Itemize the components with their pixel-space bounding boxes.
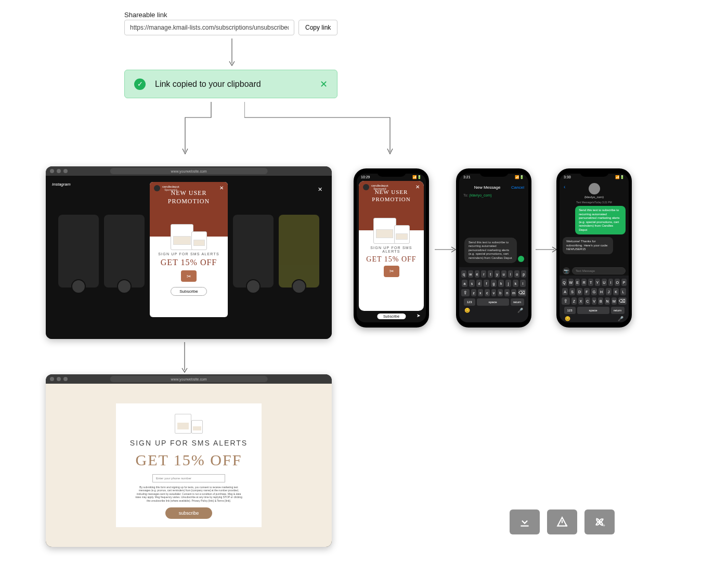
brand-logo-icon [154,185,160,191]
close-icon[interactable]: ✕ [320,79,328,90]
landing-card: SIGN UP FOR SMS ALERTS GET 15% OFF Enter… [116,403,262,528]
download-button[interactable] [510,509,540,534]
url-bar: www.yourwebsite.com [110,168,268,174]
svg-text:+: + [565,522,568,528]
landing-sms-label: SIGN UP FOR SMS ALERTS [126,439,251,447]
share-link-input[interactable] [124,20,294,35]
outgoing-message: Send this text to subscribe to recurring… [575,206,626,234]
promo-discount: GET 15% OFF [154,258,224,267]
back-icon[interactable]: ‹ [564,184,565,190]
keyboard[interactable]: QWERTYUIOPASDFGHJKL⇧ZXCVBNM⌫123spaceretu… [560,276,629,322]
send-button[interactable] [518,256,524,262]
svg-text:+: + [602,522,605,528]
story-tile[interactable] [233,215,274,288]
phone-compose: 3:21📶🔋 New Message Cancel To: (klaviyo_c… [456,168,531,328]
close-icon[interactable]: ✕ [318,186,322,193]
send-icon[interactable]: ➤ [417,313,421,318]
compose-text[interactable]: Send this text to subscribe to recurring… [464,238,517,264]
promo-card: candledepotSponsored ✕ NEW USERPROMOTION… [150,182,228,317]
brand-row: candledepotSponsored [154,185,179,191]
subscribe-button[interactable]: subscribe [165,507,213,519]
story-tile[interactable] [58,215,99,288]
copy-link-button[interactable]: Copy link [298,20,337,35]
browser-instagram: www.yourwebsite.com Instagram ✕ candlede… [46,166,332,339]
to-line: To: (klaviyo_com) [463,193,491,197]
cancel-button[interactable]: Cancel [511,185,524,190]
add-triangle-button[interactable]: + [547,509,577,534]
subscribe-button[interactable]: Subscribe [171,287,207,296]
instagram-label: Instagram [52,182,71,187]
add-pinwheel-button[interactable]: + [584,509,615,534]
arrow-link-to-toast [229,38,235,68]
thread-timestamp: Text Message\nToday 3:21 PM [563,201,626,204]
status-icons: 📶🔋 [412,175,422,179]
promo-card: candledepotSponsored ✕ NEW USERPROMOTION… [359,181,424,311]
avatar [589,183,600,194]
phone-input[interactable]: Enter your phone number [152,474,225,482]
thread-header: ‹ (klaviyo_com) [560,183,629,199]
url-bar: www.yourwebsite.com [110,376,268,382]
incoming-message: Welcome! Thanks for subscribing. Here's … [563,237,613,254]
arrow-toast-to-browser1 [149,102,253,157]
promo-sms-label: SIGN UP FOR SMS ALERTS [154,252,224,256]
compose-header: New Message Cancel [459,183,528,192]
message-input[interactable]: Text Message [572,267,626,275]
close-icon[interactable]: ✕ [415,184,420,190]
header-title: New Message [474,185,501,190]
toast-message: Link copied to your clipboard [155,80,310,89]
keyboard[interactable]: qwertyuiopasdfghjkl⇧zxcvbnm⌫123spaceretu… [459,267,528,322]
clipboard-toast: ✓ Link copied to your clipboard ✕ [124,70,337,98]
promo-title: NEW USERPROMOTION [154,189,224,205]
candle-image [171,221,207,250]
share-label: Shareable link [124,11,167,19]
arrow-browser1-to-browser2 [181,342,188,375]
subscribe-button[interactable]: Subscribe [377,313,406,319]
arrow-toast-to-phone1 [244,102,395,157]
arrow-phone1-to-phone2 [435,246,458,253]
legal-text: By submitting this form and signing up f… [134,486,243,503]
story-tile[interactable] [279,215,319,288]
phone-story-view: 10:29📶🔋 candledepotSponsored ✕ NEW USERP… [354,168,429,328]
phone-thread: 3:30📶🔋 ‹ (klaviyo_com) Text Message\nTod… [556,168,632,328]
arrow-phone2-to-phone3 [536,246,558,253]
story-tile[interactable] [104,215,145,288]
coupon-icon: ✂ [181,270,197,282]
candle-image [175,413,203,434]
status-time: 10:29 [361,175,370,179]
browser-landing: www.yourwebsite.com SIGN UP FOR SMS ALER… [46,374,332,547]
camera-icon[interactable]: 📷 [563,267,570,275]
landing-discount: GET 15% OFF [126,451,251,469]
check-icon: ✓ [134,79,146,90]
close-icon[interactable]: ✕ [219,185,224,191]
